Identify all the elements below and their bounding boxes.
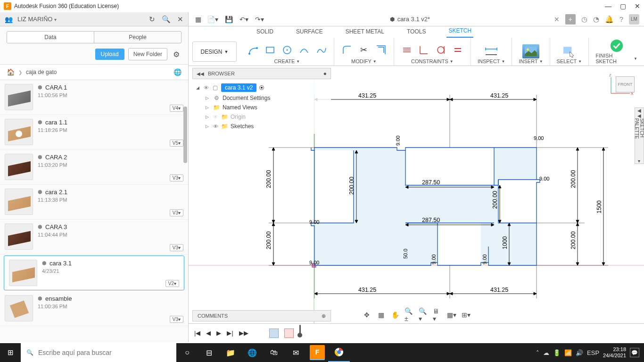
version-badge[interactable]: V5▾ (170, 140, 183, 147)
redo-icon[interactable]: ↷▾ (255, 16, 264, 23)
volume-icon[interactable]: 🔊 (576, 349, 583, 356)
version-badge[interactable]: V3▾ (170, 209, 183, 216)
user-avatar[interactable]: LM (629, 14, 639, 25)
arc-tool-icon[interactable] (298, 44, 310, 56)
create-label[interactable]: CREATE ▼ (274, 58, 300, 66)
zoom-icon[interactable]: 🔍± (405, 310, 414, 320)
file-item[interactable]: ⬢cara 2.111:13:38 PMV3▾ (0, 185, 188, 220)
circle-tool-icon[interactable] (281, 44, 293, 56)
version-badge[interactable]: V3▾ (170, 174, 183, 181)
tab-people[interactable]: People (94, 32, 181, 43)
notifications-icon[interactable]: 🔔 (605, 15, 614, 24)
zoom-window-icon[interactable]: 🔍▾ (419, 310, 428, 320)
file-item[interactable]: ⬢CARA 211:03:20 PMV3▾ (0, 150, 188, 185)
version-badge[interactable]: V2▾ (165, 280, 179, 287)
look-at-icon[interactable]: ▦ (376, 310, 386, 320)
home-icon[interactable]: 🏠 (7, 68, 15, 76)
tangent-constraint-icon[interactable] (435, 44, 447, 56)
web-icon[interactable]: 🌐 (173, 68, 182, 76)
close-panel-icon[interactable]: ✕ (177, 15, 183, 24)
workspace-tab-tools[interactable]: TOOLS (405, 26, 428, 38)
taskbar-search[interactable]: 🔍 (21, 343, 176, 362)
finish-sketch-icon[interactable] (608, 39, 625, 53)
version-badge[interactable]: V4▾ (170, 105, 183, 112)
workspace-tab-sketch[interactable]: SKETCH (446, 25, 473, 38)
viewport-icon[interactable]: ⊞▾ (461, 310, 471, 320)
window-minimize-icon[interactable]: — (605, 2, 611, 10)
file-item[interactable]: ⬢cara 3.14/23/21V2▾ (4, 255, 184, 290)
scrollbar[interactable] (183, 107, 187, 163)
language-indicator[interactable]: ESP (587, 349, 599, 356)
spline-tool-icon[interactable] (315, 44, 327, 56)
timeline-play-icon[interactable]: ▶ (216, 329, 221, 337)
tree-root[interactable]: ◢👁▢ cara 3.1 v2 (194, 82, 329, 93)
document-tab[interactable]: ⬢ cara 3.1 v2* (271, 16, 549, 23)
new-tab-button[interactable]: + (565, 14, 576, 25)
timeline-sketch-feature-2[interactable] (284, 329, 294, 338)
help-icon[interactable]: ? (619, 15, 623, 23)
tree-item-origin[interactable]: ▷👁📁Origin (194, 112, 329, 122)
tray-chevron-icon[interactable]: ˄ (536, 349, 539, 356)
action-center-icon[interactable]: 💬 (630, 348, 639, 357)
task-view-icon[interactable]: ⊟ (198, 343, 220, 362)
workspace-switcher[interactable]: DESIGN ▼ (192, 41, 237, 62)
select-tool-icon[interactable] (561, 44, 578, 58)
version-badge[interactable]: V3▾ (170, 316, 183, 323)
save-icon[interactable]: 💾 (225, 16, 233, 23)
wifi-icon[interactable]: 📶 (564, 349, 572, 356)
start-button[interactable]: ⊞ (0, 343, 21, 362)
insert-image-icon[interactable] (522, 44, 539, 58)
data-panel-icon[interactable]: ▦ (195, 16, 200, 23)
onedrive-icon[interactable]: ☁ (543, 349, 549, 356)
tree-item-named-views[interactable]: ▷📁Named Views (194, 103, 329, 112)
constraints-label[interactable]: CONSTRAINTS ▼ (411, 58, 454, 66)
timeline-end-icon[interactable]: ▶▶ (239, 329, 248, 337)
file-item[interactable]: ⬢ensamble11:00:36 PMV3▾ (0, 291, 188, 326)
inspect-label[interactable]: INSPECT ▼ (478, 58, 505, 66)
activate-radio-icon[interactable] (259, 85, 264, 90)
rectangle-tool-icon[interactable] (264, 44, 276, 56)
store-icon[interactable]: 🛍 (263, 343, 285, 362)
workspace-tab-sheet-metal[interactable]: SHEET METAL (344, 26, 386, 38)
window-maximize-icon[interactable]: ▢ (620, 2, 626, 10)
file-item[interactable]: ⬢CARA 111:00:56 PMV4▾ (0, 80, 188, 115)
equal-constraint-icon[interactable] (452, 44, 464, 56)
timeline-prev-icon[interactable]: ◀ (206, 329, 211, 337)
orbit-icon[interactable]: ✥ (362, 310, 372, 320)
undo-icon[interactable]: ↶▾ (239, 16, 248, 23)
job-status-icon[interactable]: ◔ (593, 15, 599, 24)
insert-label[interactable]: INSERT ▼ (519, 58, 543, 66)
offset-tool-icon[interactable] (375, 44, 387, 56)
new-folder-button[interactable]: New Folder (128, 48, 167, 60)
line-tool-icon[interactable] (247, 44, 259, 56)
sketch-palette-tab[interactable]: ◀◀ SKETCH PALETTE ▾ (635, 107, 644, 164)
tab-data[interactable]: Data (7, 32, 94, 43)
tree-item-document-settings[interactable]: ▷⚙Document Settings (194, 93, 329, 103)
version-badge[interactable]: V3▾ (170, 244, 183, 251)
refresh-icon[interactable]: ↻ (149, 15, 155, 24)
browser-options-icon[interactable]: ● (323, 70, 327, 77)
edge-icon[interactable]: 🌐 (241, 343, 263, 362)
pan-icon[interactable]: ✋ (390, 310, 400, 320)
grid-settings-icon[interactable]: ▦▾ (447, 310, 456, 320)
workspace-tab-surface[interactable]: SURFACE (294, 26, 325, 38)
upload-button[interactable]: Upload (95, 49, 124, 60)
cortana-icon[interactable]: ○ (176, 343, 198, 362)
dimension-tool-icon[interactable] (483, 44, 500, 58)
search-input[interactable] (38, 349, 171, 356)
collapse-icon[interactable]: ◀◀ (197, 71, 204, 76)
window-close-icon[interactable]: ✕ (635, 2, 640, 10)
timeline-sketch-feature[interactable] (269, 329, 279, 338)
display-settings-icon[interactable]: 🖥▾ (433, 310, 442, 320)
close-tab-icon[interactable]: ✕ (554, 16, 560, 23)
extensions-icon[interactable]: ◷ (581, 15, 587, 24)
team-icon[interactable]: 👥 (5, 16, 13, 23)
workspace-tab-solid[interactable]: SOLID (255, 26, 275, 38)
modify-label[interactable]: MODIFY ▼ (351, 58, 377, 66)
viewcube-front[interactable]: FRONT (616, 76, 635, 92)
browser-header[interactable]: ◀◀ BROWSER ● (192, 68, 331, 79)
viewcube[interactable]: Z X FRONT (606, 72, 635, 98)
add-comment-icon[interactable]: ⊕ (322, 313, 326, 319)
comments-bar[interactable]: COMMENTS ⊕ (192, 310, 331, 321)
file-menu-icon[interactable]: 📄▾ (207, 16, 218, 23)
